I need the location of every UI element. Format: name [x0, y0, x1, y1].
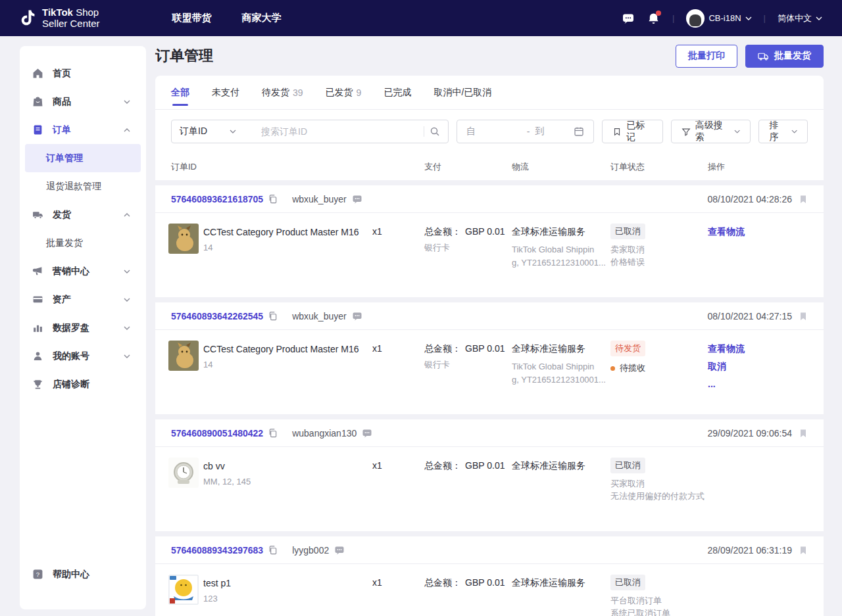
- table-header: 订单ID 支付 物流 订单状态 操作: [155, 154, 824, 180]
- chat-icon[interactable]: [352, 194, 362, 204]
- more-actions-link[interactable]: ...: [708, 379, 745, 389]
- nav-affiliate[interactable]: 联盟带货: [172, 12, 212, 24]
- notification-dot: [656, 11, 661, 16]
- filter-bar: 订单ID 自 - 到 已标记 高级搜索: [155, 110, 824, 154]
- quantity: x1: [372, 577, 382, 588]
- user-icon: [32, 350, 43, 362]
- chevron-down-icon: [124, 268, 130, 275]
- sidebar-item-products[interactable]: 商品: [20, 87, 146, 116]
- pending-pickup-dot: [610, 366, 615, 371]
- buyer-name: wbxuk_buyer: [292, 311, 347, 321]
- sidebar-item-shop-health[interactable]: 店铺诊断: [20, 370, 146, 398]
- view-logistics-link[interactable]: 查看物流: [708, 343, 745, 355]
- sidebar-item-analytics[interactable]: 数据罗盘: [20, 314, 146, 342]
- divider: |: [764, 13, 766, 23]
- product-image[interactable]: [168, 341, 199, 371]
- copy-icon[interactable]: [268, 194, 278, 204]
- calendar-icon: [574, 126, 584, 137]
- order-id-link[interactable]: 576460893621618705: [171, 194, 263, 204]
- tiktok-shop-logo[interactable]: TikTok Shop Seller Center: [20, 7, 100, 29]
- sidebar-item-assets[interactable]: 资产: [20, 285, 146, 314]
- tab-all[interactable]: 全部: [171, 76, 189, 110]
- product-name[interactable]: cb vv MM, 12, 145: [203, 460, 368, 488]
- divider: [424, 126, 424, 137]
- tab-shipped[interactable]: 已发货9: [326, 76, 362, 110]
- copy-icon[interactable]: [268, 428, 278, 438]
- language-selector[interactable]: 简体中文: [778, 12, 822, 24]
- advanced-search-button[interactable]: 高级搜索: [671, 120, 751, 143]
- sidebar-item-order-management[interactable]: 订单管理: [25, 144, 141, 172]
- product-variant: 14: [203, 242, 368, 254]
- account-name: CB-i18N: [708, 13, 741, 23]
- copy-icon[interactable]: [268, 311, 278, 321]
- order-id-link[interactable]: 576460889343297683: [171, 545, 263, 556]
- nav-academy[interactable]: 商家大学: [242, 12, 282, 24]
- order-id-link[interactable]: 576460893642262545: [171, 311, 263, 321]
- order-id-link[interactable]: 576460890051480422: [171, 428, 263, 438]
- bookmark-icon[interactable]: [799, 312, 808, 321]
- messages-icon[interactable]: [621, 11, 635, 26]
- account-menu[interactable]: CB-i18N: [686, 9, 751, 28]
- sidebar-item-returns-refunds[interactable]: 退货退款管理: [20, 172, 146, 201]
- notifications-bell-icon[interactable]: [646, 11, 660, 26]
- sidebar-item-home[interactable]: 首页: [20, 59, 146, 87]
- product-name[interactable]: CCTest Category Product Master M16 14: [203, 343, 368, 371]
- chat-icon[interactable]: [362, 428, 372, 438]
- buyer-name: lyygb002: [292, 545, 329, 556]
- column-logistics: 物流: [512, 161, 529, 173]
- view-logistics-link[interactable]: 查看物流: [708, 226, 745, 238]
- amount-value: GBP 0.01: [465, 226, 505, 238]
- sidebar-item-bulk-shipping[interactable]: 批量发货: [20, 229, 146, 257]
- column-status: 订单状态: [610, 161, 645, 173]
- marked-filter-button[interactable]: 已标记: [602, 120, 662, 143]
- order-time: 08/10/2021 04:28:26: [708, 194, 792, 204]
- copy-icon[interactable]: [268, 545, 278, 555]
- chevron-down-icon: [124, 99, 130, 105]
- bookmark-icon[interactable]: [799, 429, 808, 438]
- sidebar-item-orders[interactable]: 订单: [20, 116, 146, 144]
- tab-completed[interactable]: 已完成: [384, 76, 411, 110]
- truck-icon: [758, 51, 769, 62]
- payment-info: 总金额：GBP 0.01 银行卡: [424, 226, 505, 254]
- sort-button[interactable]: 排序: [758, 120, 808, 143]
- quantity: x1: [372, 460, 382, 471]
- chat-icon[interactable]: [352, 311, 362, 321]
- sidebar-item-help-center[interactable]: ? 帮助中心: [20, 560, 146, 588]
- tab-to-ship[interactable]: 待发货39: [262, 76, 303, 110]
- chevron-down-icon: [734, 128, 740, 135]
- product-image[interactable]: [168, 458, 199, 488]
- payment-method: 银行卡: [424, 242, 505, 254]
- product-image[interactable]: [168, 575, 199, 605]
- search-input[interactable]: [261, 126, 418, 137]
- date-range-picker[interactable]: 自 - 到: [457, 120, 594, 143]
- chevron-down-icon: [816, 15, 822, 22]
- amount-value: GBP 0.01: [465, 577, 505, 589]
- chat-icon[interactable]: [334, 545, 345, 556]
- tab-cancelled[interactable]: 取消中/已取消: [433, 76, 491, 110]
- svg-text:?: ?: [36, 571, 39, 578]
- search-icon[interactable]: [430, 126, 440, 137]
- search-type-select[interactable]: 订单ID: [180, 126, 256, 137]
- product-image[interactable]: [168, 224, 199, 254]
- page-title: 订单管理: [155, 46, 213, 66]
- chevron-up-icon: [124, 212, 130, 218]
- bookmark-icon[interactable]: [799, 195, 808, 204]
- order-document-icon: [32, 124, 43, 135]
- logistics-info: 全球标准运输服务: [512, 577, 607, 589]
- bulk-print-button[interactable]: 批量打印: [676, 45, 737, 68]
- sidebar-item-marketing[interactable]: 营销中心: [20, 257, 146, 285]
- bulk-ship-button[interactable]: 批量发货: [745, 45, 824, 68]
- order-card: 576460893621618705 wbxuk_buyer 08/10/202…: [155, 185, 824, 297]
- order-status: 已取消 卖家取消价格错误: [610, 224, 706, 269]
- payment-info: 总金额：GBP 0.01: [424, 577, 505, 589]
- product-variant: MM, 12, 145: [203, 476, 368, 488]
- chevron-down-icon: [791, 128, 797, 135]
- cancel-order-link[interactable]: 取消: [708, 361, 745, 373]
- product-name[interactable]: test p1 123: [203, 577, 368, 605]
- status-badge: 已取消: [610, 575, 645, 590]
- product-name[interactable]: CCTest Category Product Master M16 14: [203, 226, 368, 254]
- tab-unpaid[interactable]: 未支付: [212, 76, 239, 110]
- bookmark-icon[interactable]: [799, 546, 808, 555]
- sidebar-item-shipping[interactable]: 发货: [20, 201, 146, 229]
- sidebar-item-my-account[interactable]: 我的账号: [20, 342, 146, 370]
